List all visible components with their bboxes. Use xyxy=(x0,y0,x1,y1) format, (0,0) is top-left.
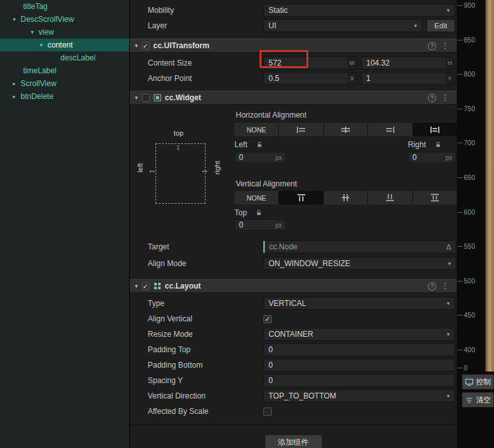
content-size-label: Content Size xyxy=(148,58,263,67)
v-align-top-button[interactable] xyxy=(279,191,323,204)
chevron-down-icon[interactable]: ▾ xyxy=(13,16,21,22)
control-icon xyxy=(465,378,473,386)
uitransform-header[interactable]: ▾ ✓ cc.UITransform ? ⋮ xyxy=(130,39,457,53)
tree-item-view[interactable]: ▾ view xyxy=(0,26,129,39)
resize-mode-row: Resize Mode CONTAINER ▾ xyxy=(130,327,457,342)
widget-enabled-checkbox[interactable] xyxy=(142,94,150,102)
type-label: Type xyxy=(148,299,263,308)
tree-item-content-selected[interactable]: ▾ content xyxy=(0,39,129,51)
widget-header[interactable]: ▾ cc.Widget ? ⋮ xyxy=(130,91,457,105)
spacing-y-value: 0 xyxy=(264,376,454,385)
align-mode-select[interactable]: ON_WINDOW_RESIZE ▾ xyxy=(263,257,456,270)
tree-item-scrollview[interactable]: ▸ ScrollView xyxy=(0,77,129,90)
content-size-row: Content Size 572 W 104.32 H xyxy=(130,55,457,71)
menu-dots-icon[interactable]: ⋮ xyxy=(440,41,450,50)
content-size-height-input[interactable]: 104.32 H xyxy=(361,57,455,69)
anchor-y-input[interactable]: 1 Y xyxy=(361,72,455,85)
control-button[interactable]: 控制 xyxy=(462,374,494,390)
vertical-direction-value: TOP_TO_BOTTOM xyxy=(269,391,443,400)
tree-item-label: btnDelete xyxy=(21,92,53,101)
h-align-left-button[interactable] xyxy=(279,123,323,136)
v-align-stretch-button[interactable] xyxy=(413,191,457,204)
lock-icon[interactable] xyxy=(256,141,263,148)
vertical-direction-select[interactable]: TOP_TO_BOTTOM ▾ xyxy=(263,390,455,402)
padding-top-input[interactable]: 0 xyxy=(263,343,455,356)
horizontal-alignment-label: Horizontal Alignment xyxy=(236,111,306,120)
diagram-node-box xyxy=(155,143,206,204)
target-node-input[interactable]: cc.Node Δ xyxy=(263,240,456,253)
tree-item-btndelete[interactable]: ▸ btnDelete xyxy=(0,90,129,103)
chevron-right-icon[interactable]: ▸ xyxy=(13,80,21,87)
spacing-y-row: Spacing Y 0 xyxy=(130,373,457,388)
ruler-tick-label: 750 xyxy=(464,105,475,112)
lock-icon[interactable] xyxy=(435,141,441,148)
v-align-middle-button[interactable] xyxy=(324,191,368,204)
help-icon[interactable]: ? xyxy=(428,42,436,50)
target-label: Target xyxy=(148,242,169,251)
chevron-down-icon[interactable]: ▾ xyxy=(31,29,39,35)
uitransform-enabled-checkbox[interactable]: ✓ xyxy=(142,42,150,49)
chevron-right-icon[interactable]: ▸ xyxy=(13,93,21,100)
chevron-down-icon: ▾ xyxy=(448,260,451,267)
lock-icon[interactable] xyxy=(256,210,262,216)
resize-mode-select[interactable]: CONTAINER ▾ xyxy=(263,328,455,341)
menu-dots-icon[interactable]: ⋮ xyxy=(440,282,450,291)
h-align-center-button[interactable] xyxy=(324,123,368,136)
target-value: cc.Node xyxy=(269,242,446,251)
tree-item-descscrollview[interactable]: ▾ DescScrollView xyxy=(0,13,129,26)
padding-bottom-input[interactable]: 0 xyxy=(263,359,455,372)
h-align-stretch-button[interactable] xyxy=(413,123,457,136)
inspector-panel: Mobility Static ▾ Layer UI ▾ Edit ▾ ✓ xyxy=(130,0,457,448)
stretch-horizontal-icon xyxy=(429,126,441,134)
chevron-down-icon[interactable]: ▾ xyxy=(135,283,138,289)
affected-by-scale-checkbox[interactable] xyxy=(263,408,272,416)
align-center-horizontal-icon xyxy=(340,126,351,134)
v-align-bottom-button[interactable] xyxy=(368,191,412,204)
spacing-y-input[interactable]: 0 xyxy=(263,374,455,387)
top-offset-input[interactable]: 0 px xyxy=(234,219,286,231)
menu-dots-icon[interactable]: ⋮ xyxy=(440,93,450,102)
mobility-select[interactable]: Static ▾ xyxy=(263,4,455,17)
h-align-right-button[interactable] xyxy=(368,123,412,136)
chevron-down-icon: ▾ xyxy=(414,22,417,29)
left-unit: px xyxy=(275,154,285,161)
affected-by-scale-row: Affected By Scale xyxy=(130,404,457,419)
h-align-none-button[interactable]: NONE xyxy=(234,123,279,136)
tree-item-label: timeLabel xyxy=(23,66,57,75)
anchor-y-value: 1 xyxy=(362,74,445,83)
layout-enabled-checkbox[interactable]: ✓ xyxy=(142,282,150,290)
tree-item-timelabel[interactable]: timeLabel xyxy=(0,64,129,77)
left-label: Left xyxy=(234,140,247,149)
ruler-tick-label: 500 xyxy=(464,277,475,285)
v-align-none-button[interactable]: NONE xyxy=(234,191,279,204)
help-icon[interactable]: ? xyxy=(428,282,436,291)
type-select[interactable]: VERTICAL ▾ xyxy=(263,297,455,310)
left-offset-input[interactable]: 0 px xyxy=(234,152,286,163)
chevron-down-icon[interactable]: ▾ xyxy=(135,42,138,49)
chevron-down-icon[interactable]: ▾ xyxy=(40,42,48,48)
tree-item-titletag[interactable]: titleTag xyxy=(0,0,129,13)
affected-by-scale-label: Affected By Scale xyxy=(148,407,263,416)
none-label: NONE xyxy=(247,194,266,202)
spacing-y-label: Spacing Y xyxy=(148,376,263,385)
add-component-button[interactable]: 添加组件 xyxy=(265,435,322,448)
anchor-x-input[interactable]: 0.5 X xyxy=(263,72,357,85)
layout-header[interactable]: ▾ ✓ cc.Layout ? ⋮ xyxy=(130,279,457,293)
edit-layer-button[interactable]: Edit xyxy=(427,19,455,32)
mobility-value: Static xyxy=(269,6,443,15)
clear-button-label: 清空 xyxy=(476,395,491,405)
clear-button[interactable]: 清空 xyxy=(462,392,494,408)
padding-bottom-label: Padding Bottom xyxy=(148,361,263,370)
chevron-down-icon: ▾ xyxy=(446,393,450,399)
content-size-width-input[interactable]: 572 W xyxy=(263,57,357,69)
tree-item-desclabel[interactable]: descLabel xyxy=(0,51,129,64)
align-vertical-checkbox[interactable]: ✓ xyxy=(263,315,272,323)
help-icon[interactable]: ? xyxy=(428,94,436,102)
top-value: 0 xyxy=(235,220,275,229)
right-offset-input[interactable]: 0 px xyxy=(408,152,456,163)
chevron-down-icon[interactable]: ▾ xyxy=(135,94,138,101)
height-value: 104.32 xyxy=(362,58,445,67)
layout-body: Type VERTICAL ▾ Align Vertical ✓ Resize … xyxy=(130,293,457,419)
left-value: 0 xyxy=(235,153,275,162)
layer-select[interactable]: UI ▾ xyxy=(263,19,422,32)
